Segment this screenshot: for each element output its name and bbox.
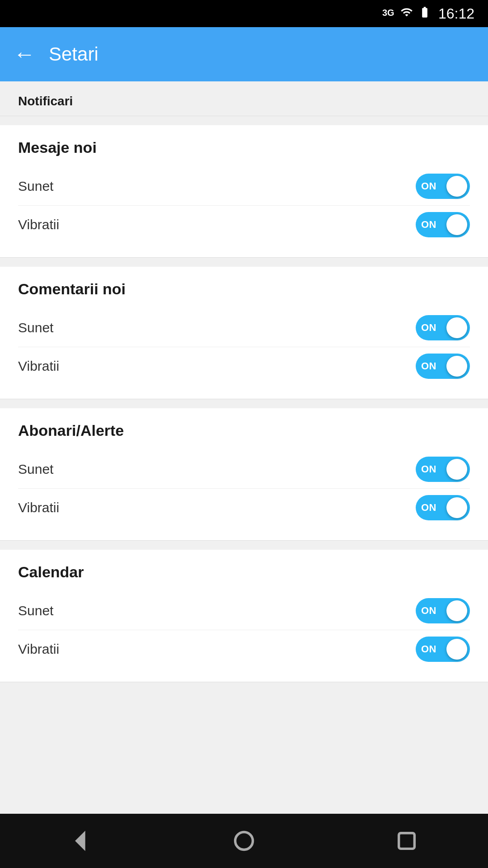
separator-3 xyxy=(0,399,488,408)
toggle-knob-comentarii-vibratii xyxy=(446,356,467,377)
toggle-knob-abonari-vibratii xyxy=(446,497,467,518)
label-comentarii-sunet: Sunet xyxy=(18,320,53,335)
label-mesaje-vibratii: Vibratii xyxy=(18,217,59,232)
toggle-mesaje-sunet[interactable]: ON xyxy=(416,174,470,199)
toggle-label-mesaje-vibratii: ON xyxy=(421,219,436,231)
setting-row-comentarii-vibratii: Vibratii ON xyxy=(18,347,470,385)
network-icon: 3G xyxy=(382,6,395,21)
toggle-label-calendar-vibratii: ON xyxy=(421,643,436,655)
setting-row-comentarii-sunet: Sunet ON xyxy=(18,309,470,347)
toggle-calendar-sunet[interactable]: ON xyxy=(416,598,470,623)
header-title: Setari xyxy=(49,43,99,65)
group-title-mesaje-noi: Mesaje noi xyxy=(18,139,470,156)
toggle-label-abonari-vibratii: ON xyxy=(421,502,436,514)
label-calendar-sunet: Sunet xyxy=(18,603,53,618)
setting-row-calendar-sunet: Sunet ON xyxy=(18,592,470,630)
group-title-calendar: Calendar xyxy=(18,563,470,581)
toggle-knob-comentarii-sunet xyxy=(446,317,467,338)
svg-rect-3 xyxy=(399,833,415,849)
toggle-knob-mesaje-vibratii xyxy=(446,214,467,235)
toggle-knob-calendar-sunet xyxy=(446,600,467,621)
bottom-navigation xyxy=(0,814,488,868)
group-title-comentarii-noi: Comentarii noi xyxy=(18,280,470,298)
label-calendar-vibratii: Vibratii xyxy=(18,642,59,657)
separator-1 xyxy=(0,116,488,125)
separator-2 xyxy=(0,258,488,267)
battery-icon xyxy=(418,6,431,21)
toggle-mesaje-vibratii[interactable]: ON xyxy=(416,212,470,237)
group-calendar: Calendar Sunet ON Vibratii ON xyxy=(0,550,488,682)
svg-marker-1 xyxy=(76,833,84,849)
status-bar: 3G 16:12 xyxy=(0,0,488,27)
toggle-knob-abonari-sunet xyxy=(446,459,467,480)
toggle-label-mesaje-sunet: ON xyxy=(421,180,436,192)
label-comentarii-vibratii: Vibratii xyxy=(18,359,59,374)
group-mesaje-noi: Mesaje noi Sunet ON Vibratii ON xyxy=(0,125,488,258)
nav-recent-button[interactable] xyxy=(384,825,429,857)
setting-row-abonari-sunet: Sunet ON xyxy=(18,450,470,488)
nav-home-button[interactable] xyxy=(221,825,267,857)
toggle-calendar-vibratii[interactable]: ON xyxy=(416,637,470,662)
label-abonari-sunet: Sunet xyxy=(18,462,53,477)
time-display: 16:12 xyxy=(438,5,474,22)
svg-point-2 xyxy=(235,832,253,850)
setting-row-mesaje-sunet: Sunet ON xyxy=(18,167,470,205)
toggle-label-comentarii-sunet: ON xyxy=(421,322,436,334)
status-icons: 3G xyxy=(382,6,431,21)
signal-icon xyxy=(400,6,413,21)
setting-row-mesaje-vibratii: Vibratii ON xyxy=(18,205,470,244)
toggle-label-abonari-sunet: ON xyxy=(421,463,436,475)
toggle-abonari-vibratii[interactable]: ON xyxy=(416,495,470,520)
toggle-label-comentarii-vibratii: ON xyxy=(421,360,436,372)
nav-back-button[interactable] xyxy=(59,825,104,857)
back-button[interactable]: ← xyxy=(14,43,35,65)
notifications-section-header: Notificari xyxy=(0,81,488,116)
toggle-knob-mesaje-sunet xyxy=(446,176,467,197)
toggle-label-calendar-sunet: ON xyxy=(421,605,436,617)
content-area: Notificari Mesaje noi Sunet ON Vibratii … xyxy=(0,81,488,814)
toggle-knob-calendar-vibratii xyxy=(446,639,467,660)
group-abonari-alerte: Abonari/Alerte Sunet ON Vibratii ON xyxy=(0,408,488,541)
setting-row-abonari-vibratii: Vibratii ON xyxy=(18,488,470,527)
setting-row-calendar-vibratii: Vibratii ON xyxy=(18,630,470,668)
svg-text:3G: 3G xyxy=(382,8,394,18)
toggle-abonari-sunet[interactable]: ON xyxy=(416,457,470,482)
group-title-abonari-alerte: Abonari/Alerte xyxy=(18,422,470,439)
toggle-comentarii-vibratii[interactable]: ON xyxy=(416,354,470,379)
app-header: ← Setari xyxy=(0,27,488,81)
label-mesaje-sunet: Sunet xyxy=(18,179,53,194)
group-comentarii-noi: Comentarii noi Sunet ON Vibratii ON xyxy=(0,267,488,399)
label-abonari-vibratii: Vibratii xyxy=(18,500,59,515)
separator-4 xyxy=(0,541,488,550)
toggle-comentarii-sunet[interactable]: ON xyxy=(416,315,470,340)
